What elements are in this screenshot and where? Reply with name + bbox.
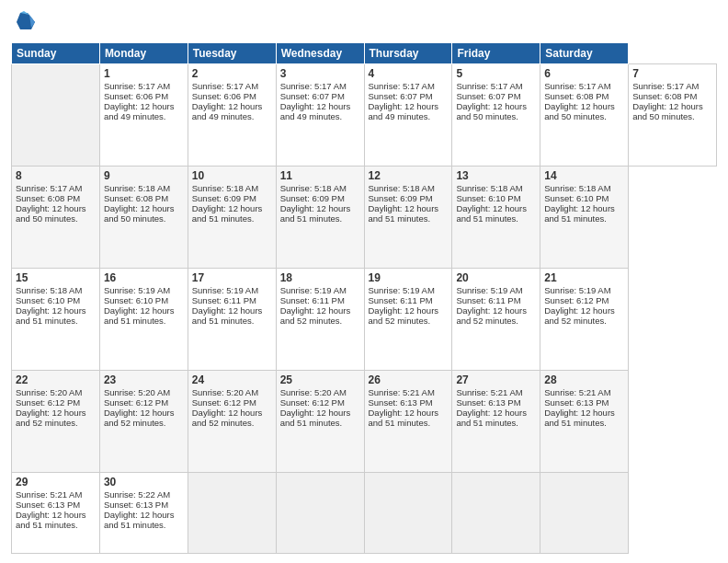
calendar-cell: 18Sunrise: 5:19 AMSunset: 6:11 PMDayligh… — [276, 268, 364, 370]
calendar-cell: 20Sunrise: 5:19 AMSunset: 6:11 PMDayligh… — [452, 268, 540, 370]
calendar-cell: 19Sunrise: 5:19 AMSunset: 6:11 PMDayligh… — [364, 268, 452, 370]
day-number: 28 — [544, 373, 624, 386]
calendar-cell: 3Sunrise: 5:17 AMSunset: 6:07 PMDaylight… — [276, 64, 364, 167]
calendar-cell: 7Sunrise: 5:17 AMSunset: 6:08 PMDaylight… — [629, 64, 717, 167]
day-number: 24 — [192, 373, 272, 386]
calendar-table: SundayMondayTuesdayWednesdayThursdayFrid… — [11, 42, 717, 554]
calendar-week-row: 29Sunrise: 5:21 AMSunset: 6:13 PMDayligh… — [12, 472, 717, 553]
header — [11, 9, 717, 35]
calendar-cell — [364, 472, 452, 553]
day-number: 30 — [104, 476, 184, 488]
day-number: 8 — [16, 169, 96, 182]
calendar-cell — [540, 472, 629, 553]
calendar-body: 1Sunrise: 5:17 AMSunset: 6:06 PMDaylight… — [12, 64, 717, 554]
day-number: 18 — [280, 271, 360, 284]
calendar-week-row: 8Sunrise: 5:17 AMSunset: 6:08 PMDaylight… — [12, 166, 717, 268]
logo — [11, 9, 40, 35]
calendar-cell: 29Sunrise: 5:21 AMSunset: 6:13 PMDayligh… — [12, 472, 100, 553]
day-number: 20 — [456, 271, 536, 284]
calendar-page: SundayMondayTuesdayWednesdayThursdayFrid… — [0, 0, 728, 563]
calendar-cell: 26Sunrise: 5:21 AMSunset: 6:13 PMDayligh… — [364, 370, 452, 472]
day-number: 1 — [104, 67, 184, 80]
calendar-cell — [188, 472, 276, 553]
calendar-cell — [276, 472, 364, 553]
day-number: 29 — [16, 476, 96, 488]
calendar-cell: 4Sunrise: 5:17 AMSunset: 6:07 PMDaylight… — [364, 64, 452, 167]
day-number: 27 — [456, 373, 536, 386]
calendar-cell: 16Sunrise: 5:19 AMSunset: 6:10 PMDayligh… — [99, 268, 188, 370]
logo-icon — [11, 9, 37, 35]
day-number: 17 — [192, 271, 272, 284]
day-number: 26 — [369, 373, 449, 386]
calendar-cell: 17Sunrise: 5:19 AMSunset: 6:11 PMDayligh… — [188, 268, 276, 370]
calendar-cell: 5Sunrise: 5:17 AMSunset: 6:07 PMDaylight… — [452, 64, 540, 167]
calendar-cell: 10Sunrise: 5:18 AMSunset: 6:09 PMDayligh… — [188, 166, 276, 268]
weekday-header: Saturday — [540, 43, 629, 64]
calendar-cell: 24Sunrise: 5:20 AMSunset: 6:12 PMDayligh… — [188, 370, 276, 472]
day-number: 22 — [16, 373, 96, 386]
calendar-cell: 30Sunrise: 5:22 AMSunset: 6:13 PMDayligh… — [99, 472, 188, 553]
calendar-cell: 25Sunrise: 5:20 AMSunset: 6:12 PMDayligh… — [276, 370, 364, 472]
weekday-header: Wednesday — [276, 43, 364, 64]
calendar-week-row: 1Sunrise: 5:17 AMSunset: 6:06 PMDaylight… — [12, 64, 717, 167]
day-number: 13 — [456, 169, 536, 182]
day-number: 9 — [104, 169, 184, 182]
day-number: 6 — [544, 67, 624, 80]
calendar-cell: 6Sunrise: 5:17 AMSunset: 6:08 PMDaylight… — [540, 64, 629, 167]
calendar-cell — [452, 472, 540, 553]
calendar-cell: 27Sunrise: 5:21 AMSunset: 6:13 PMDayligh… — [452, 370, 540, 472]
calendar-cell: 11Sunrise: 5:18 AMSunset: 6:09 PMDayligh… — [276, 166, 364, 268]
day-number: 15 — [16, 271, 96, 284]
day-number: 25 — [280, 373, 360, 386]
calendar-cell: 8Sunrise: 5:17 AMSunset: 6:08 PMDaylight… — [12, 166, 100, 268]
day-number: 16 — [104, 271, 184, 284]
calendar-cell: 12Sunrise: 5:18 AMSunset: 6:09 PMDayligh… — [364, 166, 452, 268]
calendar-cell: 15Sunrise: 5:18 AMSunset: 6:10 PMDayligh… — [12, 268, 100, 370]
day-number: 21 — [544, 271, 624, 284]
weekday-header: Friday — [452, 43, 540, 64]
calendar-cell: 13Sunrise: 5:18 AMSunset: 6:10 PMDayligh… — [452, 166, 540, 268]
weekday-header: Sunday — [12, 43, 100, 64]
day-number: 10 — [192, 169, 272, 182]
day-number: 7 — [632, 67, 712, 80]
calendar-cell: 1Sunrise: 5:17 AMSunset: 6:06 PMDaylight… — [99, 64, 188, 167]
day-number: 11 — [280, 169, 360, 182]
weekday-header: Thursday — [364, 43, 452, 64]
calendar-cell: 21Sunrise: 5:19 AMSunset: 6:12 PMDayligh… — [540, 268, 629, 370]
calendar-cell: 2Sunrise: 5:17 AMSunset: 6:06 PMDaylight… — [188, 64, 276, 167]
day-number: 23 — [104, 373, 184, 386]
day-number: 12 — [369, 169, 449, 182]
day-number: 5 — [456, 67, 536, 80]
day-number: 14 — [544, 169, 624, 182]
day-number: 2 — [192, 67, 272, 80]
day-number: 4 — [369, 67, 449, 80]
calendar-cell: 9Sunrise: 5:18 AMSunset: 6:08 PMDaylight… — [99, 166, 188, 268]
calendar-week-row: 22Sunrise: 5:20 AMSunset: 6:12 PMDayligh… — [12, 370, 717, 472]
calendar-week-row: 15Sunrise: 5:18 AMSunset: 6:10 PMDayligh… — [12, 268, 717, 370]
calendar-cell: 14Sunrise: 5:18 AMSunset: 6:10 PMDayligh… — [540, 166, 629, 268]
calendar-cell: 23Sunrise: 5:20 AMSunset: 6:12 PMDayligh… — [99, 370, 188, 472]
calendar-cell: 22Sunrise: 5:20 AMSunset: 6:12 PMDayligh… — [12, 370, 100, 472]
weekday-header: Monday — [99, 43, 188, 64]
day-number: 19 — [369, 271, 449, 284]
weekday-header: Tuesday — [188, 43, 276, 64]
calendar-header-row: SundayMondayTuesdayWednesdayThursdayFrid… — [12, 43, 717, 64]
calendar-cell: 28Sunrise: 5:21 AMSunset: 6:13 PMDayligh… — [540, 370, 629, 472]
empty-cell — [12, 64, 100, 167]
day-number: 3 — [280, 67, 360, 80]
